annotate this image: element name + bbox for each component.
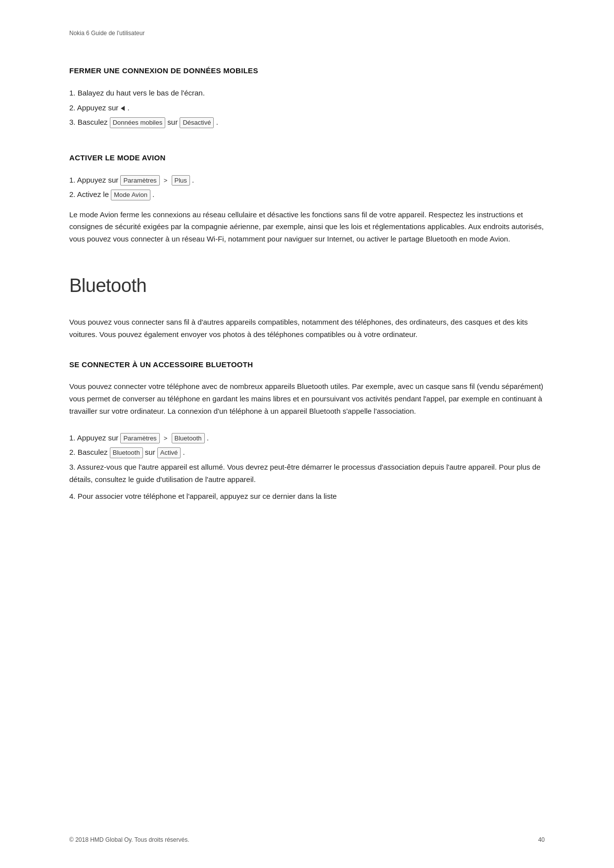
avion-step-1-before: Appuyez sur	[77, 176, 118, 184]
connect-step-1-number: 1.	[69, 434, 77, 442]
connect-step-4-number: 4.	[69, 492, 78, 500]
connect-step-1-box2: Bluetooth	[172, 433, 205, 444]
connect-step-2: 2. Basculez Bluetooth sur Activé .	[69, 446, 545, 459]
avion-step-2-box1: Mode Avion	[111, 190, 150, 200]
connect-step-3: 3. Assurez-vous que l'autre appareil est…	[69, 461, 545, 486]
connect-step-1-after: .	[207, 434, 209, 442]
avion-step-1-after: .	[192, 176, 194, 184]
connect-step-2-before: Basculez	[78, 448, 108, 456]
avion-step-2: 2. Activez le Mode Avion .	[69, 188, 545, 201]
connect-step-4: 4. Pour associer votre téléphone et l'ap…	[69, 490, 545, 503]
connect-step-2-box2: Activé	[157, 447, 181, 458]
bluetooth-chapter: Bluetooth Vous pouvez vous connecter san…	[69, 275, 545, 341]
section-se-connecter: SE CONNECTER À UN ACCESSOIRE BLUETOOTH V…	[69, 360, 545, 502]
se-connecter-paragraph1: Vous pouvez connecter votre téléphone av…	[69, 381, 545, 417]
step-3-number: 3.	[69, 118, 78, 126]
step-2-text-before: Appuyez sur	[77, 103, 118, 112]
section-mode-avion: ACTIVER LE MODE AVION 1. Appuyez sur Par…	[69, 153, 545, 245]
fermer-connexion-steps: 1. Balayez du haut vers le bas de l'écra…	[69, 87, 545, 129]
connect-step-2-number: 2.	[69, 448, 78, 456]
header-label: Nokia 6 Guide de l'utilisateur	[69, 30, 545, 37]
footer-page-number: 40	[538, 836, 545, 843]
connect-step-2-box1: Bluetooth	[110, 447, 143, 458]
connect-step-1: 1. Appuyez sur Paramètres > Bluetooth .	[69, 432, 545, 444]
step-2-text-after: .	[128, 103, 130, 112]
connect-step-1-box1: Paramètres	[120, 433, 159, 444]
step-2-number: 2.	[69, 103, 77, 112]
avion-step-1: 1. Appuyez sur Paramètres > Plus .	[69, 174, 545, 187]
connect-step-3-number: 3.	[69, 463, 77, 471]
avion-step-1-box2: Plus	[172, 175, 190, 186]
fermer-connexion-title: FERMER UNE CONNEXION DE DONNÉES MOBILES	[69, 66, 545, 75]
step-1-text: Balayez du haut vers le bas de l'écran.	[78, 89, 205, 97]
connect-step-1-gt: >	[164, 434, 168, 442]
avion-step-2-number: 2.	[69, 190, 77, 198]
step-3-text-before: Basculez	[78, 118, 108, 126]
connect-step-1-before: Appuyez sur	[77, 434, 118, 442]
bluetooth-chapter-title: Bluetooth	[69, 275, 545, 296]
avion-step-1-box1: Paramètres	[120, 175, 159, 186]
se-connecter-steps: 1. Appuyez sur Paramètres > Bluetooth . …	[69, 432, 545, 503]
mode-avion-paragraph: Le mode Avion ferme les connexions au ré…	[69, 209, 545, 245]
connect-step-3-text: Assurez-vous que l'autre appareil est al…	[69, 463, 540, 484]
footer-copyright: © 2018 HMD Global Oy. Tous droits réserv…	[69, 836, 189, 843]
connect-step-4-text: Pour associer votre téléphone et l'appar…	[78, 492, 337, 500]
step-2: 2. Appuyez sur .	[69, 101, 545, 114]
step-3-box1: Données mobiles	[110, 117, 165, 128]
bluetooth-intro: Vous pouvez vous connecter sans fil à d'…	[69, 316, 545, 341]
step-3: 3. Basculez Données mobiles sur Désactiv…	[69, 116, 545, 129]
step-3-box2: Désactivé	[180, 117, 214, 128]
avion-step-2-before: Activez le	[77, 190, 109, 198]
step-3-text-after: .	[216, 118, 218, 126]
step-1: 1. Balayez du haut vers le bas de l'écra…	[69, 87, 545, 99]
mode-avion-steps: 1. Appuyez sur Paramètres > Plus . 2. Ac…	[69, 174, 545, 201]
step-1-number: 1.	[69, 89, 78, 97]
avion-step-1-gt: >	[164, 177, 168, 184]
avion-step-1-number: 1.	[69, 176, 77, 184]
page: Nokia 6 Guide de l'utilisateur FERMER UN…	[0, 0, 614, 868]
se-connecter-title: SE CONNECTER À UN ACCESSOIRE BLUETOOTH	[69, 360, 545, 369]
connect-step-2-middle: sur	[145, 448, 155, 456]
footer: © 2018 HMD Global Oy. Tous droits réserv…	[69, 836, 545, 843]
connect-step-2-after: .	[183, 448, 185, 456]
mode-avion-title: ACTIVER LE MODE AVION	[69, 153, 545, 162]
arrow-icon	[121, 106, 125, 111]
avion-step-2-after: .	[152, 190, 154, 198]
section-fermer-connexion: FERMER UNE CONNEXION DE DONNÉES MOBILES …	[69, 66, 545, 129]
